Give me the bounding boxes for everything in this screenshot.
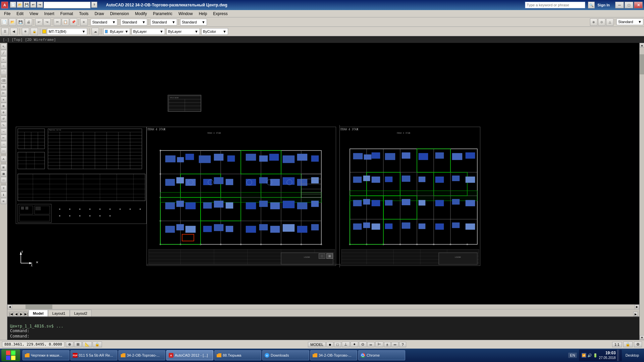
tool-polyline[interactable]: ⌐: [1, 56, 7, 62]
tb-undo[interactable]: ↩: [35, 18, 43, 26]
style-dropdown4[interactable]: Standard▼: [180, 19, 207, 25]
model-btn[interactable]: MODEL: [308, 342, 326, 347]
tb-cut[interactable]: ✂: [54, 18, 61, 26]
desktop-label[interactable]: Desktop: [624, 353, 641, 358]
style-dropdown1[interactable]: Standard▼: [91, 19, 117, 25]
taskbar-item-folder3[interactable]: 34-2-OB-Торгово-...: [310, 350, 357, 360]
save-btn[interactable]: 💾: [23, 2, 30, 8]
menu-insert[interactable]: Insert: [42, 11, 57, 17]
menu-window[interactable]: Window: [176, 11, 196, 17]
tool-text[interactable]: A: [1, 156, 7, 162]
sign-in-btn[interactable]: Sign In: [597, 3, 610, 7]
menu-file[interactable]: File: [1, 11, 13, 17]
snap-icon[interactable]: ⊕: [66, 342, 73, 347]
tab-first-btn[interactable]: |◀: [9, 312, 13, 316]
tab-scroll-right[interactable]: ▶: [633, 312, 638, 316]
tab-last-btn[interactable]: ▶|: [24, 312, 29, 316]
ducs-btn[interactable]: ⊢: [375, 342, 383, 347]
color-dropdown[interactable]: ByLayer ▼: [103, 28, 130, 35]
tb-save[interactable]: 💾: [17, 18, 24, 26]
tool-matchprop[interactable]: ≋: [1, 198, 7, 204]
layer-prev-btn[interactable]: ◀: [10, 28, 17, 35]
help-btn[interactable]: ?: [91, 2, 97, 8]
search-btn[interactable]: 🔍: [588, 2, 595, 8]
taskbar-item-drawings[interactable]: Чертежи в маши...: [22, 350, 69, 360]
tb-snap2[interactable]: ⊙: [598, 18, 605, 26]
v-scroll-up[interactable]: ▲: [640, 43, 644, 48]
command-input-field[interactable]: [31, 334, 637, 339]
taskbar-item-prison[interactable]: 88.Тюрьма: [214, 350, 261, 360]
taskbar-item-autocad[interactable]: A AutoCAD 2012 - [...]: [166, 350, 213, 360]
tool-circle[interactable]: ○: [1, 63, 7, 69]
tb-paste[interactable]: 📌: [70, 18, 77, 26]
freeze-viewport-btn[interactable]: ☁: [92, 28, 99, 35]
tool-move[interactable]: ✛: [1, 109, 7, 115]
zoom-ratio[interactable]: 1:1: [612, 342, 622, 347]
lock-icon[interactable]: 🔒: [93, 342, 102, 347]
style-dropdown3[interactable]: Standard▼: [150, 19, 177, 25]
viewport-left[interactable]: Перечень листов: [16, 127, 147, 224]
layer-freeze-btn[interactable]: ❄: [22, 28, 29, 35]
taskbar-item-pdf[interactable]: PDF 011 5 5a 5b AR Re...: [70, 350, 117, 360]
tb-snap1[interactable]: ⊕: [590, 18, 597, 26]
workspace-dropdown[interactable]: AutoCAD Classic ▼: [44, 2, 91, 8]
lwt-btn[interactable]: ═: [391, 342, 399, 347]
tool-line[interactable]: ╱: [1, 50, 7, 56]
tab-layout2[interactable]: Layout2: [70, 310, 92, 316]
menu-express[interactable]: Express: [210, 11, 230, 17]
polar-btn[interactable]: ✦: [351, 342, 358, 347]
v-scroll-thumb[interactable]: [640, 54, 644, 74]
tab-prev-btn[interactable]: ◀: [14, 312, 18, 316]
qp-btn[interactable]: ?: [399, 342, 406, 347]
dyn-btn[interactable]: ±: [384, 342, 391, 347]
linetype-dropdown[interactable]: ByLayer ▼: [131, 28, 165, 35]
menu-help[interactable]: Help: [196, 11, 210, 17]
menu-tools[interactable]: Tools: [76, 11, 91, 17]
menu-modify[interactable]: Modify: [132, 11, 150, 17]
tb-new[interactable]: 📄: [1, 18, 8, 26]
menu-draw[interactable]: Draw: [92, 11, 107, 17]
show-desktop-btn[interactable]: [617, 350, 619, 361]
tb-snap3[interactable]: △: [606, 18, 613, 26]
open-btn[interactable]: 📂: [17, 2, 23, 8]
new-btn[interactable]: 📄: [10, 2, 16, 8]
settings-btn[interactable]: ⚙: [634, 342, 642, 347]
tool-region[interactable]: □: [1, 177, 7, 183]
tool-pointer[interactable]: ↖: [1, 44, 7, 50]
lineweight-dropdown[interactable]: ByLayer ▼: [166, 28, 200, 35]
viewport-center[interactable]: ПЛАН 4 ЭТАЖ ПЛАН 4 ЭТАЖ: [147, 127, 336, 266]
taskbar-item-downloads[interactable]: e Downloads: [262, 350, 309, 360]
scroll-track-h[interactable]: [12, 305, 635, 309]
tool-hatch[interactable]: ⊠: [1, 164, 7, 170]
taskbar-item-chrome[interactable]: Chrome: [358, 350, 405, 360]
scroll-thumb-h[interactable]: [25, 305, 52, 309]
tool-rotate[interactable]: ↺: [1, 116, 7, 122]
tool-trim[interactable]: ✂: [1, 135, 7, 141]
tb-copy[interactable]: 📋: [62, 18, 69, 26]
tb-print[interactable]: 🖨: [25, 18, 32, 26]
tab-layout1[interactable]: Layout1: [48, 310, 70, 316]
tool-copy[interactable]: ⧉: [1, 84, 7, 90]
restore-btn[interactable]: □: [625, 2, 633, 8]
tb-open[interactable]: 📂: [9, 18, 16, 26]
clock[interactable]: 19:03 27.05.2018: [599, 350, 616, 361]
menu-format[interactable]: Format: [58, 11, 76, 17]
snap-btn[interactable]: □: [334, 342, 341, 347]
volume-icon[interactable]: 🔊: [587, 353, 592, 358]
tool-break[interactable]: —: [1, 147, 7, 154]
tool-properties[interactable]: ℹ: [1, 192, 7, 198]
status-coords[interactable]: 888.3461, 229.8495, 0.0000: [2, 342, 64, 347]
tool-arc[interactable]: ⌒: [1, 69, 7, 75]
tool-erase[interactable]: ⌫: [1, 77, 7, 83]
taskbar-item-folder2[interactable]: 34-2-OB-Торгово-...: [118, 350, 165, 360]
standard-dropdown[interactable]: Standard▼: [616, 18, 643, 25]
menu-dimension[interactable]: Dimension: [107, 11, 132, 17]
ortho-btn[interactable]: ⊥: [342, 342, 350, 347]
menu-view[interactable]: View: [27, 11, 41, 17]
grid-btn[interactable]: ■: [326, 342, 333, 347]
lock-scale-btn[interactable]: 🔒: [623, 342, 633, 347]
viewport-right[interactable]: ПЛАН 4 ЭТАЖ ПЛАН 4 ЭТАЖ: [339, 127, 480, 266]
scroll-left-btn[interactable]: ◀: [7, 305, 12, 309]
tool-offset[interactable]: ≡: [1, 97, 7, 103]
tb-match[interactable]: ≡: [80, 18, 88, 26]
